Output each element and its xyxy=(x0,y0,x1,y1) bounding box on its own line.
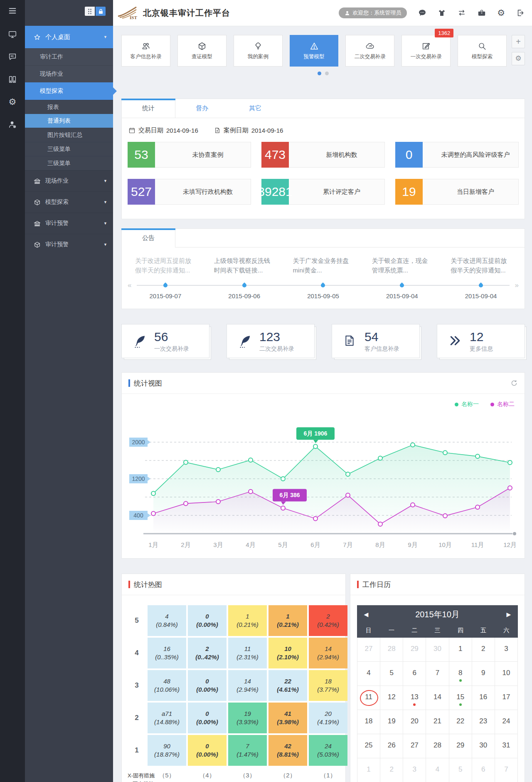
tab-督办[interactable]: 督办 xyxy=(175,99,229,118)
sidebar-item-1[interactable]: 审计工作 xyxy=(25,48,113,65)
lock-button[interactable] xyxy=(96,7,106,16)
calendar-day-26[interactable]: 26 xyxy=(380,734,403,758)
rail-archive-icon[interactable] xyxy=(0,70,25,89)
notice-item[interactable]: 关于改进周五提前放假半天的安排通知... xyxy=(451,256,511,276)
legend-名称二[interactable]: 名称二 xyxy=(490,401,515,408)
sidebar-item-0[interactable]: 个人桌面 ▼ xyxy=(25,26,113,48)
notice-item[interactable]: 上级领导视察反洗钱时间表下载链接... xyxy=(214,256,275,276)
sidebar-item-4[interactable]: 报表 xyxy=(25,100,113,114)
tab-其它[interactable]: 其它 xyxy=(229,99,282,118)
notice-item[interactable]: 关于改进周五提前放假半天的安排通知... xyxy=(135,256,196,276)
add-shortcut-button[interactable]: + xyxy=(512,35,525,48)
stat-card-未填写行政机构数[interactable]: 527 未填写行政机构数 xyxy=(128,179,251,205)
tab-统计[interactable]: 统计 xyxy=(122,99,175,118)
calendar-day-3[interactable]: 3 xyxy=(403,758,426,782)
calendar-day-2[interactable]: 2 xyxy=(380,758,403,782)
sidebar-item-10[interactable]: 模型探索 ▼ xyxy=(25,191,113,213)
calendar-day-28[interactable]: 28 xyxy=(380,638,403,661)
metric-card-二次交易补录[interactable]: 123 二次交易补录 xyxy=(227,324,315,358)
stat-card-新增机构数[interactable]: 473 新增机构数 xyxy=(261,142,385,168)
stat-card-累计评定客户[interactable]: 39281 累计评定客户 xyxy=(261,179,385,205)
rail-menu-icon[interactable] xyxy=(0,0,25,22)
calendar-day-24[interactable]: 24 xyxy=(495,710,517,734)
calendar-day-7[interactable]: 7 xyxy=(495,758,517,782)
tile-我的案例[interactable]: 我的案例 xyxy=(234,35,283,67)
calendar-day-14[interactable]: 14 xyxy=(426,686,448,710)
sidebar-item-7[interactable]: 三级菜单 xyxy=(25,142,113,156)
calendar-day-23[interactable]: 23 xyxy=(472,710,495,734)
tile-二次交易补录[interactable]: 二次交易补录 xyxy=(345,35,394,67)
sidebar-item-9[interactable]: 现场作业 ▼ xyxy=(25,170,113,191)
calendar-day-19[interactable]: 19 xyxy=(380,710,403,734)
calendar-day-27[interactable]: 27 xyxy=(403,734,426,758)
calendar-day-16[interactable]: 16 xyxy=(472,686,495,710)
logout-icon[interactable] xyxy=(516,9,525,17)
calendar-day-13[interactable]: 13 xyxy=(403,686,426,710)
sidebar-item-3[interactable]: 模型探索 xyxy=(25,82,113,100)
calendar-day-30[interactable]: 30 xyxy=(472,734,495,758)
carousel-dot-0[interactable] xyxy=(318,72,321,75)
calendar-day-3[interactable]: 3 xyxy=(495,638,517,661)
drag-handle-button[interactable] xyxy=(85,7,95,16)
sidebar-item-6[interactable]: 图片按钮汇总 xyxy=(25,128,113,142)
calendar-day-2[interactable]: 2 xyxy=(472,638,495,661)
calendar-day-5[interactable]: 5 xyxy=(449,758,472,782)
rail-monitor-icon[interactable] xyxy=(0,25,25,44)
notice-item[interactable]: 关于银企直连，现金管理系统票... xyxy=(372,256,432,276)
rail-user-gear-icon[interactable] xyxy=(0,115,25,134)
calendar-day-4[interactable]: 4 xyxy=(426,758,448,782)
calendar-day-7[interactable]: 7 xyxy=(426,662,448,685)
calendar-day-8[interactable]: 8 xyxy=(449,662,472,685)
tile-预警模型[interactable]: 预警模型 xyxy=(290,35,339,67)
sidebar-item-8[interactable]: 三级菜单 xyxy=(25,156,113,170)
sidebar-item-11[interactable]: 审计预警 ▼ xyxy=(25,213,113,234)
shortcut-settings-button[interactable]: ⚙ xyxy=(512,52,525,65)
tile-查证模型[interactable]: 查证模型 xyxy=(177,35,227,67)
calendar-day-6[interactable]: 6 xyxy=(472,758,495,782)
tab-notice[interactable]: 公告 xyxy=(122,229,175,247)
gear-icon[interactable]: ⚙ xyxy=(497,9,505,17)
calendar-day-20[interactable]: 20 xyxy=(403,710,426,734)
calendar-day-27[interactable]: 27 xyxy=(357,638,380,661)
legend-名称一[interactable]: 名称一 xyxy=(455,401,479,408)
calendar-day-29[interactable]: 29 xyxy=(403,638,426,661)
calendar-next-icon[interactable]: ▶ xyxy=(500,611,518,618)
briefcase-icon[interactable] xyxy=(478,9,486,17)
swap-icon[interactable] xyxy=(457,9,466,17)
metric-card-客户信息补录[interactable]: 54 客户信息补录 xyxy=(332,324,420,358)
calendar-day-5[interactable]: 5 xyxy=(380,662,403,685)
carousel-dot-1[interactable] xyxy=(325,72,329,75)
calendar-day-6[interactable]: 6 xyxy=(403,662,426,685)
sidebar-item-2[interactable]: 现场作业 xyxy=(25,65,113,82)
notice-item[interactable]: 关于广发金业务挂盘mini黄金... xyxy=(293,256,354,276)
calendar-day-29[interactable]: 29 xyxy=(449,734,472,758)
user-menu[interactable]: 欢迎您：系统管理员 xyxy=(339,7,407,18)
rail-chat-icon[interactable] xyxy=(0,47,25,67)
calendar-day-9[interactable]: 9 xyxy=(472,662,495,685)
calendar-day-10[interactable]: 10 xyxy=(495,662,517,685)
calendar-prev-icon[interactable]: ◀ xyxy=(357,611,375,618)
stat-card-未调整的高风险评级客户[interactable]: 0 未调整的高风险评级客户 xyxy=(395,142,519,168)
tile-客户信息补录[interactable]: 客户信息补录 xyxy=(121,35,170,67)
calendar-day-28[interactable]: 28 xyxy=(426,734,448,758)
calendar-day-31[interactable]: 31 xyxy=(495,734,517,758)
calendar-day-4[interactable]: 4 xyxy=(357,662,380,685)
calendar-day-1[interactable]: 1 xyxy=(357,758,380,782)
calendar-day-30[interactable]: 30 xyxy=(426,638,448,661)
refresh-button[interactable] xyxy=(510,379,518,387)
calendar-day-17[interactable]: 17 xyxy=(495,686,517,710)
calendar-day-21[interactable]: 21 xyxy=(426,710,448,734)
tshirt-icon[interactable] xyxy=(438,9,446,17)
sidebar-item-12[interactable]: 审计预警 ▼ xyxy=(25,234,113,255)
calendar-day-22[interactable]: 22 xyxy=(449,710,472,734)
stat-card-未协查案例[interactable]: 53 未协查案例 xyxy=(128,142,251,168)
tile-模型探索[interactable]: 模型探索 xyxy=(458,35,507,67)
calendar-day-18[interactable]: 18 xyxy=(357,710,380,734)
calendar-day-1[interactable]: 1 xyxy=(449,638,472,661)
calendar-day-25[interactable]: 25 xyxy=(357,734,380,758)
comment-icon[interactable] xyxy=(418,9,426,17)
rail-gear-icon[interactable]: ⚙ xyxy=(0,92,25,111)
calendar-day-12[interactable]: 12 xyxy=(380,686,403,710)
sidebar-item-5[interactable]: 普通列表 xyxy=(25,114,113,128)
stat-card-当日新增客户[interactable]: 19 当日新增客户 xyxy=(395,179,519,205)
